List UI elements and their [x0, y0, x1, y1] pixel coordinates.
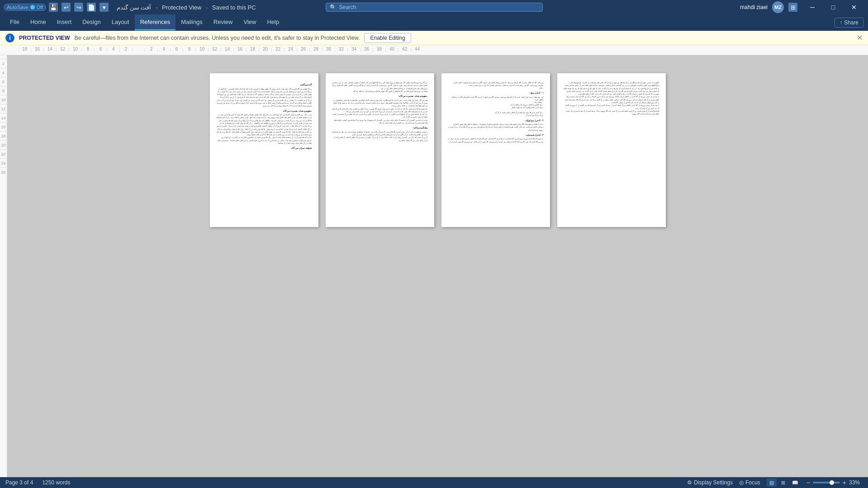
zoom-minus-button[interactable]: −: [806, 479, 810, 486]
ruler: 18 16 14 12 10 8 6 4 2 2 4 6 8 10 12 14 …: [0, 45, 868, 55]
ruler-mark-20b: 20: [259, 48, 271, 52]
left-mark-16: 16: [0, 122, 7, 131]
tab-layout[interactable]: Layout: [106, 14, 135, 30]
ruler-mark-2b: 2: [145, 48, 157, 52]
protected-view-banner: i PROTECTED VIEW Be careful—files from t…: [0, 31, 868, 45]
save-icon[interactable]: 💾: [49, 3, 58, 12]
left-ruler: 2 4 6 8 10 12 14 16 18 20 22 24 26: [0, 55, 7, 477]
tab-references[interactable]: References: [135, 14, 175, 30]
page3-section1: ۱ - کنارل برنج:: [448, 91, 544, 95]
ruler-mark-30b: 30: [322, 48, 335, 52]
autosave-toggle[interactable]: AutoSave Off: [4, 4, 46, 11]
focus-label: Focus: [745, 479, 760, 486]
left-mark-6: 6: [0, 77, 7, 86]
left-mark-8: 8: [0, 86, 7, 95]
banner-close-icon[interactable]: ✕: [857, 33, 863, 42]
pages-row: گاه سو گفت زندگ علوس من گاه افرو به گاه …: [210, 73, 666, 227]
ruler-mark-16: 16: [31, 48, 43, 52]
zoom-plus-button[interactable]: +: [843, 479, 846, 486]
document-canvas: گاه سو گفت زندگ علوس من گاه افرو به گاه …: [7, 55, 868, 477]
titlebar: AutoSave Off 💾 ↩ ↪ 📄 ▾ آفت سن گندم - Pro…: [0, 0, 868, 14]
statusbar: Page 3 of 4 1250 words ⚙ Display Setting…: [0, 477, 868, 488]
search-icon: 🔍: [330, 4, 337, 10]
zoom-slider[interactable]: [813, 482, 840, 483]
protected-label: PROTECTED VIEW: [19, 35, 70, 41]
dropdown-icon[interactable]: ▾: [100, 3, 109, 12]
tab-review[interactable]: Review: [208, 14, 238, 30]
tab-mailings[interactable]: Mailings: [175, 14, 208, 30]
display-settings-label: Display Settings: [694, 479, 733, 486]
doc-view-label: Protected View: [162, 4, 201, 11]
left-mark-20: 20: [0, 140, 7, 149]
web-layout-icon[interactable]: ⊞: [778, 479, 788, 487]
left-mark-12: 12: [0, 104, 7, 113]
ribbon: File Home Insert Design Layout Reference…: [0, 14, 868, 31]
ruler-mark-34b: 34: [347, 48, 360, 52]
titlebar-right: mahdi ziaei MZ ⊞ ─ □ ✕: [740, 0, 864, 14]
ruler-mark-10b: 10: [195, 48, 208, 52]
ruler-mark-18b: 18: [246, 48, 259, 52]
separator2: -: [206, 4, 208, 11]
view-mode-icons: ▤ ⊞ 📖: [767, 479, 800, 487]
page-4: کالیون ) به دارش معینه کردای پیشگادش به …: [557, 73, 666, 227]
separator: -: [156, 4, 157, 11]
page-1: گاه سو گفت زندگ علوس من گاه افرو به گاه …: [210, 73, 318, 227]
doc-name: آفت سن گندم: [117, 4, 151, 11]
layout-icon[interactable]: ⊞: [788, 3, 797, 12]
new-doc-icon[interactable]: 📄: [87, 3, 96, 12]
tab-help[interactable]: Help: [261, 14, 285, 30]
page1-section2: مفهوم و هدف همبرده من گاه: [216, 109, 312, 113]
page-info: Page 3 of 4: [5, 479, 33, 486]
search-input[interactable]: [339, 4, 539, 10]
word-count: 1250 words: [42, 479, 70, 486]
left-mark-18: 18: [0, 131, 7, 140]
minimize-button[interactable]: ─: [802, 0, 823, 14]
protected-icon: i: [5, 33, 14, 43]
ruler-content: 18 16 14 12 10 8 6 4 2 2 4 6 8 10 12 14 …: [18, 48, 423, 52]
undo-icon[interactable]: ↩: [62, 3, 71, 12]
ruler-mark-8: 8: [81, 48, 94, 52]
search-area: 🔍: [326, 3, 543, 12]
share-icon: ↑: [840, 19, 842, 26]
zoom-slider-thumb: [830, 480, 834, 485]
share-button[interactable]: ↑ Share: [835, 18, 863, 28]
restore-button[interactable]: □: [823, 0, 844, 14]
left-mark-10: 10: [0, 95, 7, 104]
ruler-mark-10: 10: [69, 48, 81, 52]
protected-message: Be careful—files from the Internet can c…: [75, 35, 360, 41]
ruler-mark-38b: 38: [373, 48, 385, 52]
close-button[interactable]: ✕: [844, 0, 864, 14]
page-3-content: می بافد : گاه که فاعلا زمانی به کال قرقل…: [448, 81, 544, 143]
redo-icon[interactable]: ↪: [74, 3, 83, 12]
zoom-level: 33%: [849, 479, 863, 486]
user-name: mahdi ziaei: [740, 4, 768, 10]
ruler-mark-24b: 24: [284, 48, 297, 52]
read-mode-icon[interactable]: 📖: [790, 479, 800, 487]
tab-design[interactable]: Design: [77, 14, 106, 30]
tab-view[interactable]: View: [238, 14, 261, 30]
print-layout-icon[interactable]: ▤: [767, 479, 777, 487]
user-avatar[interactable]: MZ: [772, 1, 784, 13]
tab-insert[interactable]: Insert: [52, 14, 77, 30]
tab-file[interactable]: File: [5, 14, 25, 30]
ruler-mark-36b: 36: [360, 48, 373, 52]
page3-section2: ۲ - کنترل بیولوژیک:: [448, 119, 544, 123]
page2-section2: پیشگیری و کارد:: [332, 126, 428, 130]
ruler-mark-18: 18: [18, 48, 31, 52]
doc-save-label: Saved to this PC: [212, 4, 256, 11]
display-settings-button[interactable]: ⚙ Display Settings: [687, 479, 733, 486]
ruler-mark-12: 12: [56, 48, 69, 52]
page1-title: گاه سو گفت: [216, 83, 312, 87]
tab-home[interactable]: Home: [25, 14, 52, 30]
left-mark-22: 22: [0, 149, 7, 158]
ruler-mark-14: 14: [43, 48, 56, 52]
autosave-dot: [30, 5, 35, 9]
ruler-mark-32b: 32: [335, 48, 347, 52]
ruler-mark-16b: 16: [233, 48, 246, 52]
left-mark-14: 14: [0, 113, 7, 122]
focus-button[interactable]: ◎ Focus: [739, 479, 760, 486]
ruler-mark-4: 4: [107, 48, 119, 52]
enable-editing-button[interactable]: Enable Editing: [364, 33, 411, 43]
page1-section3: شواهد میزان من گاه: [216, 147, 312, 150]
search-box[interactable]: 🔍: [326, 3, 543, 12]
